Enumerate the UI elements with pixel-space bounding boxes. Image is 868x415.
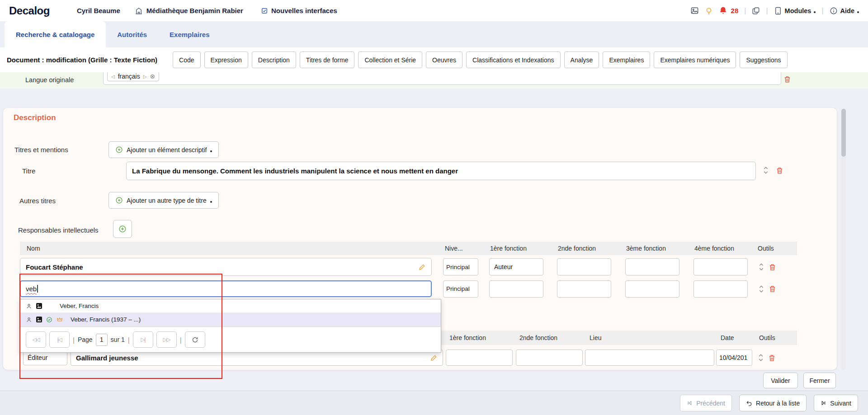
first-page-button[interactable]: ◁◁ <box>26 331 46 348</box>
user-name[interactable]: Cyril Beaume <box>77 7 120 14</box>
toolbar-button-description[interactable]: Description <box>252 51 296 68</box>
niveau-select[interactable]: Principal <box>443 280 478 298</box>
tab-recherche-catalogage[interactable]: Recherche & catalogage <box>5 21 106 47</box>
delete-row-icon[interactable] <box>768 354 776 362</box>
col-outils: Outils <box>754 245 797 252</box>
titre-reorder-icon[interactable] <box>763 165 769 175</box>
tab-bar: Recherche & catalogage Autorités Exempla… <box>0 21 868 47</box>
responsables-table-header: Nom Nive... 1ère fonction 2nde fonction … <box>20 242 797 255</box>
new-interfaces-toggle[interactable]: Nouvelles interfaces <box>261 7 337 14</box>
autres-titres-label: Autres titres <box>19 197 56 205</box>
retour-liste-button[interactable]: Retour à la liste <box>739 395 807 411</box>
next-page-button[interactable]: ▷| <box>133 331 153 348</box>
fonction1-input[interactable] <box>446 350 513 366</box>
fonction1-input[interactable] <box>489 280 543 298</box>
delete-row-icon[interactable] <box>769 285 776 293</box>
toolbar-button-collection-serie[interactable]: Collection et Série <box>358 51 422 68</box>
section-heading: Description <box>14 113 56 122</box>
fonction1-input[interactable]: Auteur <box>489 258 543 275</box>
notifications-bell-icon[interactable] <box>719 6 727 15</box>
skip-forward-icon <box>821 400 826 406</box>
fonction4-input[interactable] <box>693 280 748 298</box>
previous-page-button[interactable]: |◁ <box>49 331 70 348</box>
edit-pencil-icon[interactable] <box>419 263 426 270</box>
app-logo[interactable]: Decalog <box>9 5 50 17</box>
page-of-label: sur 1 <box>111 336 125 343</box>
drag-handle-icon[interactable] <box>759 262 764 272</box>
dropdown-caret-icon <box>857 11 859 13</box>
fonction3-input[interactable] <box>625 258 679 275</box>
separator: | <box>766 7 768 15</box>
modules-menu[interactable]: Modules <box>774 7 816 15</box>
record-type-icon <box>36 303 42 309</box>
responsables-table: Nom Nive... 1ère fonction 2nde fonction … <box>20 242 797 299</box>
validated-icon <box>46 317 52 323</box>
separator: | <box>821 7 823 15</box>
plus-icon <box>118 225 127 233</box>
fonction2-input[interactable] <box>516 350 583 366</box>
titre-label: Titre <box>22 167 35 175</box>
delete-row-icon[interactable] <box>769 263 776 271</box>
autocomplete-item-selected[interactable]: Veber, Francis (1937 – ...) <box>20 313 441 326</box>
toolbar-button-titres-de-forme[interactable]: Titres de forme <box>300 51 355 68</box>
scrollbar-thumb[interactable] <box>841 109 846 157</box>
table-row: Foucart Stéphane Principal Auteur <box>20 255 797 279</box>
fonction4-input[interactable] <box>693 258 748 275</box>
bulb-icon[interactable] <box>705 7 713 15</box>
cycle-prev-icon[interactable]: ◁ <box>111 74 115 79</box>
edit-pencil-icon[interactable] <box>430 354 438 361</box>
langue-value-chip[interactable]: ◁ français ▷ ⊗ <box>107 71 159 81</box>
help-menu[interactable]: Aide <box>830 7 859 15</box>
fonction2-input[interactable] <box>557 258 611 275</box>
suivant-button[interactable]: Suivant <box>814 395 858 411</box>
notifications-count[interactable]: 28 <box>731 7 739 14</box>
titre-input[interactable]: La Fabrique du mensonge. Comment les ind… <box>126 162 756 180</box>
toolbar-button-exemplaires-numeriques[interactable]: Exemplaires numériques <box>654 51 736 68</box>
person-icon <box>26 317 32 323</box>
titre-delete-icon[interactable] <box>776 167 783 174</box>
toolbar-button-classifications[interactable]: Classifications et Indexations <box>466 51 561 68</box>
col-1ere-fonction: 1ère fonction <box>486 245 554 252</box>
checkbox-icon <box>261 8 268 14</box>
lieu-input[interactable] <box>585 350 714 366</box>
refresh-button[interactable] <box>185 331 205 348</box>
toolbar-button-code[interactable]: Code <box>173 51 200 68</box>
responsable-nom-input[interactable]: Foucart Stéphane <box>20 258 432 276</box>
toolbar-button-analyse[interactable]: Analyse <box>564 51 599 68</box>
toolbar-button-suggestions[interactable]: Suggestions <box>740 51 787 68</box>
drag-handle-icon[interactable] <box>759 284 764 294</box>
fonction3-input[interactable] <box>625 280 679 298</box>
image-icon[interactable] <box>690 6 699 15</box>
dropdown-caret-icon <box>210 201 212 203</box>
toolbar-button-expression[interactable]: Expression <box>204 51 248 68</box>
col-nom: Nom <box>20 245 441 252</box>
remove-icon[interactable]: ⊗ <box>150 73 155 80</box>
copy-icon[interactable] <box>752 7 760 15</box>
tab-autorites[interactable]: Autorités <box>106 21 158 47</box>
fermer-button[interactable]: Fermer <box>803 373 836 388</box>
separator: | <box>744 7 746 15</box>
add-element-descriptif-button[interactable]: Ajouter un élément descriptif <box>108 141 219 158</box>
col-lieu: Lieu <box>583 334 714 341</box>
fonction2-input[interactable] <box>557 280 611 298</box>
add-responsable-button[interactable] <box>113 220 132 238</box>
cycle-next-icon[interactable]: ▷ <box>143 74 147 79</box>
add-autre-titre-button[interactable]: Ajouter un autre type de titre <box>108 192 219 209</box>
responsable-nom-input-active[interactable]: veb <box>20 280 432 297</box>
toolbar-button-exemplaires[interactable]: Exemplaires <box>603 51 650 68</box>
separator: | <box>128 336 130 344</box>
valider-button[interactable]: Valider <box>763 373 798 388</box>
last-page-button[interactable]: ▷▷ <box>156 331 177 348</box>
precedent-button[interactable]: Précédent <box>680 395 732 411</box>
toolbar-button-oeuvres[interactable]: Oeuvres <box>426 51 462 68</box>
col-3eme-fonction: 3ème fonction <box>623 245 691 252</box>
date-input[interactable]: 10/04/201 <box>716 350 752 366</box>
langue-delete-icon[interactable] <box>783 75 791 83</box>
autocomplete-item[interactable]: Veber, Francis <box>20 299 441 313</box>
tab-exemplaires[interactable]: Exemplaires <box>158 21 221 47</box>
drag-handle-icon[interactable] <box>758 353 764 363</box>
page-number-input[interactable] <box>96 334 108 346</box>
dropdown-caret-icon <box>210 150 212 152</box>
niveau-select[interactable]: Principal <box>443 258 478 275</box>
library-selector[interactable]: Médiathèque Benjamin Rabier <box>135 7 243 15</box>
